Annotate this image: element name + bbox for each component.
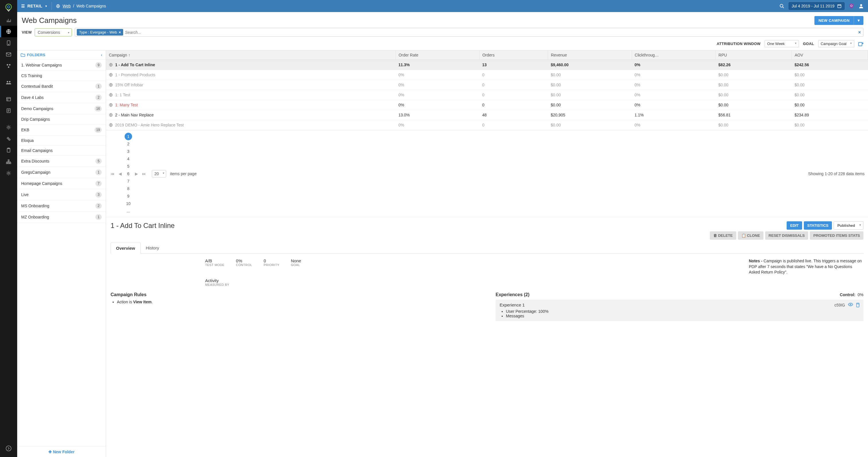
pager-last[interactable]: ⏭ xyxy=(141,171,147,176)
table-header[interactable]: RPU xyxy=(716,51,792,60)
svg-rect-21 xyxy=(10,163,11,164)
notes-label: Notes - xyxy=(749,259,762,263)
state-select[interactable]: Published xyxy=(834,221,863,230)
table-header[interactable]: AOV xyxy=(792,51,868,60)
table-cell: $0.00 xyxy=(548,120,632,130)
svg-point-10 xyxy=(9,81,10,83)
pager-next[interactable]: ▶ xyxy=(134,171,139,176)
search-icon[interactable] xyxy=(779,3,785,9)
nav-gear3-icon[interactable] xyxy=(0,167,17,179)
tab-overview[interactable]: Overview xyxy=(111,242,141,254)
pager-page[interactable]: 9 xyxy=(125,192,132,200)
table-row[interactable]: 2019 DEMO - Amie Hero Replace Test0%0$0.… xyxy=(106,120,868,130)
folder-item[interactable]: MS Onboarding2 xyxy=(17,200,106,211)
folder-item[interactable]: 1. Webinar Campaigns9 xyxy=(17,60,106,71)
edit-button[interactable]: EDIT xyxy=(787,221,802,230)
table-cell: 0 xyxy=(479,70,548,80)
dataset-selector[interactable]: ☰ RETAIL ▼ xyxy=(21,4,48,8)
tab-history[interactable]: History xyxy=(141,242,164,253)
nav-integrations-icon[interactable] xyxy=(0,60,17,72)
nav-clipboard-icon[interactable] xyxy=(0,144,17,156)
folder-item[interactable]: Dave 4 Labs2 xyxy=(17,92,106,103)
nav-collapse-icon[interactable] xyxy=(0,442,17,454)
folder-item[interactable]: Homepage Campaigns7 xyxy=(17,178,106,189)
promoted-items-stats-button[interactable]: PROMOTED ITEMS STATS xyxy=(810,231,863,240)
nav-catalog-icon[interactable] xyxy=(0,93,17,105)
delete-button[interactable]: 🗑 DELETE xyxy=(710,231,736,240)
nav-gear1-icon[interactable] xyxy=(0,121,17,133)
nav-audiences-icon[interactable] xyxy=(0,77,17,88)
svg-rect-20 xyxy=(8,163,9,164)
nav-mobile-icon[interactable] xyxy=(0,37,17,49)
reset-dismissals-button[interactable]: RESET DISMISSALS xyxy=(765,231,808,240)
date-range-picker[interactable]: Jul 4 2019 - Jul 11 2019 xyxy=(789,2,844,10)
folder-item[interactable]: Eloqua xyxy=(17,136,106,146)
folder-item[interactable]: Drip Campaigns xyxy=(17,114,106,124)
folder-item[interactable]: Demo Campaigns16 xyxy=(17,103,106,114)
pager-page[interactable]: 1 xyxy=(125,133,132,140)
view-select[interactable]: Conversions xyxy=(35,28,72,36)
folder-item[interactable]: MZ Onboarding1 xyxy=(17,211,106,223)
folder-item[interactable]: CS Training xyxy=(17,71,106,81)
eye-icon[interactable] xyxy=(848,303,853,307)
table-row[interactable]: 15% Off Infobar0%0$0.000%$0.00$0.00 xyxy=(106,80,868,90)
pager-first[interactable]: ⏮ xyxy=(110,171,116,176)
nav-reports-icon[interactable] xyxy=(0,105,17,116)
attribution-select[interactable]: One Week xyxy=(765,40,799,47)
table-row[interactable]: 1: Many Test0%0$0.000%$0.00$0.00 xyxy=(106,100,868,110)
svg-rect-18 xyxy=(8,160,9,161)
pager-page[interactable]: 3 xyxy=(125,148,132,155)
new-campaign-dropdown[interactable]: ▼ xyxy=(854,16,863,25)
pager-prev[interactable]: ◀ xyxy=(118,171,123,176)
per-page-select[interactable]: 20 xyxy=(152,170,166,177)
table-cell: 13 xyxy=(479,60,548,70)
nav-analytics-icon[interactable] xyxy=(0,15,17,26)
pager-page[interactable]: 4 xyxy=(125,155,132,163)
folders-collapse-icon[interactable]: ‹ xyxy=(101,53,102,57)
statistics-button[interactable]: STATISTICS xyxy=(804,221,832,230)
folders-title: FOLDERS xyxy=(27,53,45,57)
table-row[interactable]: 1: 1 Test0%0$0.000%$0.00$0.00 xyxy=(106,90,868,100)
table-header[interactable]: Orders xyxy=(479,51,548,60)
filter-pill-remove[interactable]: × xyxy=(119,30,121,34)
svg-point-22 xyxy=(8,172,9,174)
pager-page[interactable]: ... xyxy=(125,207,132,215)
nav-sitemap-icon[interactable] xyxy=(0,156,17,167)
goal-select[interactable]: Campaign Goal xyxy=(818,40,854,47)
nav-web-icon[interactable] xyxy=(0,26,17,37)
folder-item[interactable]: Extra Discounts5 xyxy=(17,156,106,167)
pager-page[interactable]: 8 xyxy=(125,185,132,192)
user-icon[interactable] xyxy=(858,3,864,9)
pager-page[interactable]: 6 xyxy=(125,170,132,177)
new-campaign-button[interactable]: NEW CAMPAIGN xyxy=(814,16,854,25)
folder-item[interactable]: Live3 xyxy=(17,189,106,200)
table-row[interactable]: 2 - Main Nav Replace13.0%48$20,9051.1%$5… xyxy=(106,110,868,120)
table-header[interactable]: Clickthroug… xyxy=(632,51,716,60)
campaign-rules-title: Campaign Rules xyxy=(111,292,478,297)
folder-item[interactable]: EKB19 xyxy=(17,124,106,136)
nav-gear2-icon[interactable] xyxy=(0,133,17,144)
svg-rect-29 xyxy=(859,42,862,46)
folder-item[interactable]: Contextual Bandit1 xyxy=(17,81,106,92)
search-input[interactable] xyxy=(125,30,857,35)
table-row[interactable]: 1 - Promoted Products0%0$0.000%$0.00$0.0… xyxy=(106,70,868,80)
table-header[interactable]: Campaign ↑ xyxy=(106,51,396,60)
table-header[interactable]: Revenue xyxy=(548,51,632,60)
folder-item[interactable]: Email Campaigns xyxy=(17,146,106,156)
breadcrumb-root[interactable]: Web xyxy=(62,4,71,8)
clear-search-icon[interactable]: × xyxy=(858,30,861,35)
pager-page[interactable]: 10 xyxy=(125,200,132,207)
pager-page[interactable]: 7 xyxy=(125,177,132,185)
pager-page[interactable]: 2 xyxy=(125,140,132,148)
shield-icon[interactable] xyxy=(848,3,854,9)
copy-icon[interactable] xyxy=(856,303,859,307)
clone-button[interactable]: 📋 CLONE xyxy=(738,231,764,240)
table-header[interactable]: Order Rate xyxy=(396,51,479,60)
new-folder-button[interactable]: ✚ New Folder xyxy=(17,447,106,457)
pager-page[interactable]: 5 xyxy=(125,163,132,170)
folder-item[interactable]: GregsCampaign1 xyxy=(17,167,106,178)
nav-email-icon[interactable] xyxy=(0,49,17,60)
campaign-rule-item: Action is View Item. xyxy=(117,299,478,304)
export-icon[interactable] xyxy=(858,41,863,46)
table-row[interactable]: 1 - Add To Cart Inline11.3%13$9,460.000%… xyxy=(106,60,868,70)
